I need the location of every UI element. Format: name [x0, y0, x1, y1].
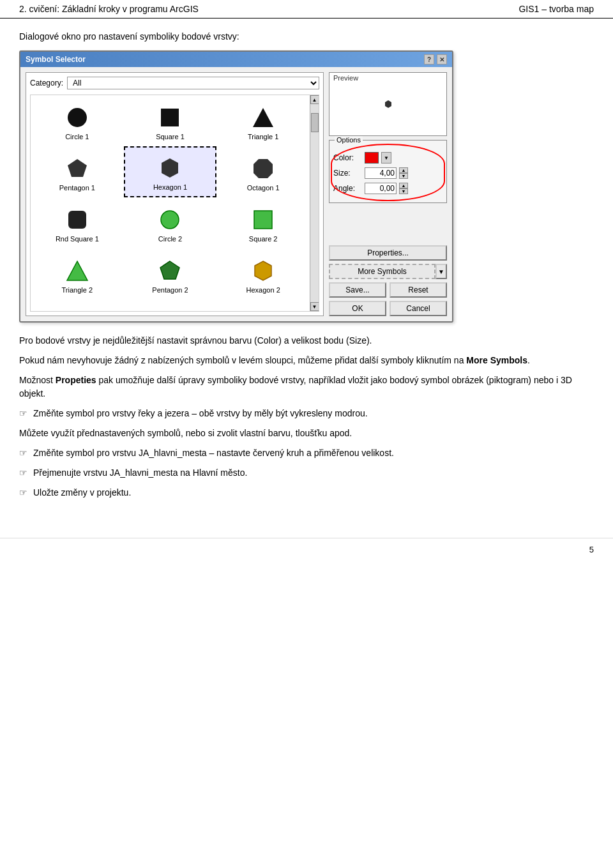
cancel-button[interactable]: Cancel: [390, 301, 447, 316]
right-buttons: Properties... More Symbols ▼ Save... Res…: [329, 245, 447, 316]
scroll-down-button[interactable]: ▼: [310, 302, 319, 311]
category-select[interactable]: All: [67, 77, 319, 89]
triangle2-icon: [66, 259, 89, 282]
symbol-scroll-area[interactable]: Circle 1 Square 1 Triangle: [30, 95, 319, 312]
task-text-0: Změňte symbol pro vrstvy řeky a jezera –…: [33, 407, 368, 420]
rndsquare1-label: Rnd Square 1: [56, 235, 99, 243]
task-item-3: ☞Přejmenujte vrstvu JA_hlavni_mesta na H…: [19, 466, 594, 480]
more-symbols-bold: More Symbols: [466, 355, 527, 365]
task-icon-4: ☞: [19, 486, 31, 499]
svg-point-7: [161, 211, 179, 229]
dialog-close-button[interactable]: ✕: [437, 54, 447, 65]
preview-symbol-icon: [384, 100, 392, 108]
angle-row: Angle: ▲ ▼: [333, 183, 443, 194]
triangle1-label: Triangle 1: [248, 133, 279, 141]
symbol-list-panel: Category: All Circle 1: [26, 72, 324, 316]
hexagon2-icon: [252, 259, 275, 282]
task-icon-0: ☞: [19, 407, 31, 420]
header-left: 2. cvičení: Základní kroky v programu Ar…: [19, 4, 199, 14]
symbol-selector-dialog: Symbol Selector ? ✕ Category: All: [19, 50, 453, 323]
symbol-triangle2[interactable]: Triangle 2: [31, 248, 124, 300]
svg-rect-8: [254, 211, 272, 229]
svg-rect-6: [68, 211, 86, 229]
symbol-square2[interactable]: Square 2: [216, 197, 310, 248]
scroll-bar[interactable]: ▲ ▼: [310, 95, 319, 311]
angle-up-button[interactable]: ▲: [399, 183, 408, 188]
body-para2-suffix: .: [527, 355, 530, 365]
page-footer: 5: [0, 538, 613, 561]
symbol-square-green-lg[interactable]: [124, 300, 217, 312]
color-dropdown-button[interactable]: ▼: [381, 152, 391, 164]
svg-marker-10: [160, 261, 179, 279]
more-symbols-button[interactable]: More Symbols: [329, 264, 435, 279]
options-legend: Options: [335, 136, 363, 144]
size-spinner-buttons: ▲ ▼: [399, 167, 408, 179]
category-row: Category: All: [30, 77, 319, 89]
hexagon2-label: Hexagon 2: [246, 286, 280, 294]
size-up-button[interactable]: ▲: [399, 167, 408, 173]
scroll-thumb[interactable]: [311, 113, 319, 132]
octagon1-label: Octagon 1: [247, 184, 280, 192]
intro-text: Dialogové okno pro nastavení symboliky b…: [19, 31, 594, 42]
rndsquare1-icon: [66, 208, 89, 231]
square1-label: Square 1: [156, 133, 185, 141]
dialog-help-button[interactable]: ?: [424, 54, 434, 65]
task-item-2: ☞Změňte symbol pro vrstvu JA_hlavni_mest…: [19, 446, 594, 460]
svg-point-0: [68, 108, 87, 127]
task-text-4: Uložte změny v projektu.: [33, 486, 131, 499]
symbol-hexagon2[interactable]: Hexagon 2: [216, 248, 310, 300]
circle2-icon: [158, 208, 181, 231]
color-row: Color: ▼: [333, 152, 443, 164]
more-symbols-row: More Symbols ▼: [329, 264, 447, 279]
main-content: Dialogové okno pro nastavení symboliky b…: [0, 31, 613, 525]
dialog-titlebar-buttons: ? ✕: [424, 54, 447, 65]
task-item-1: Můžete využít přednastavených symbolů, n…: [19, 427, 594, 440]
symbol-pentagon2[interactable]: Pentagon 2: [124, 248, 217, 300]
svg-marker-2: [253, 108, 273, 127]
size-down-button[interactable]: ▼: [399, 173, 408, 179]
symbol-rndsquare1[interactable]: Rnd Square 1: [31, 197, 124, 248]
body-para2-prefix: Pokud nám nevyhovuje žádný z nabízených …: [19, 355, 466, 365]
symbol-hexagon1[interactable]: Hexagon 1: [124, 146, 217, 197]
body-para2: Pokud nám nevyhovuje žádný z nabízených …: [19, 354, 594, 367]
properties-bold: Propeties: [56, 375, 96, 385]
scroll-up-button[interactable]: ▲: [310, 95, 319, 104]
symbol-triangle1[interactable]: Triangle 1: [216, 95, 310, 146]
tasks-container: ☞Změňte symbol pro vrstvy řeky a jezera …: [19, 407, 594, 499]
angle-label: Angle:: [333, 184, 362, 193]
dialog-title: Symbol Selector: [26, 55, 86, 64]
properties-button[interactable]: Properties...: [329, 245, 447, 261]
header-right: GIS1 – tvorba map: [518, 4, 594, 14]
angle-down-button[interactable]: ▼: [399, 188, 408, 194]
square2-label: Square 2: [249, 235, 278, 243]
reset-button[interactable]: Reset: [390, 282, 447, 298]
symbol-pentagon1[interactable]: Pentagon 1: [31, 146, 124, 197]
symbol-grid: Circle 1 Square 1 Triangle: [31, 95, 319, 312]
hexagon1-label: Hexagon 1: [153, 183, 187, 191]
color-label: Color:: [333, 153, 362, 162]
circle1-icon: [66, 106, 89, 129]
angle-input[interactable]: [365, 183, 397, 194]
symbol-circle-green-lg[interactable]: [31, 300, 124, 312]
symbol-dot-dark[interactable]: [216, 300, 310, 312]
pentagon2-icon: [158, 259, 181, 282]
save-reset-row: Save... Reset: [329, 282, 447, 298]
body-para1: Pro bodové vrstvy je nejdůležitější nast…: [19, 334, 594, 347]
more-symbols-dropdown-button[interactable]: ▼: [435, 264, 447, 279]
symbol-circle1[interactable]: Circle 1: [31, 95, 124, 146]
body-para3-prefix: Možnost: [19, 375, 56, 385]
page-header: 2. cvičení: Základní kroky v programu Ar…: [0, 0, 613, 19]
svg-marker-5: [254, 159, 273, 178]
angle-spinner-buttons: ▲ ▼: [399, 183, 408, 194]
task-icon-3: ☞: [19, 466, 31, 480]
symbol-octagon1[interactable]: Octagon 1: [216, 146, 310, 197]
symbol-square1[interactable]: Square 1: [124, 95, 217, 146]
ok-button[interactable]: OK: [329, 301, 386, 316]
symbol-circle2[interactable]: Circle 2: [124, 197, 217, 248]
size-input[interactable]: [365, 167, 397, 179]
size-row: Size: ▲ ▼: [333, 167, 443, 179]
save-button[interactable]: Save...: [329, 282, 386, 298]
category-label: Category:: [30, 79, 63, 88]
task-item-0: ☞Změňte symbol pro vrstvy řeky a jezera …: [19, 407, 594, 420]
color-swatch[interactable]: [365, 152, 379, 164]
